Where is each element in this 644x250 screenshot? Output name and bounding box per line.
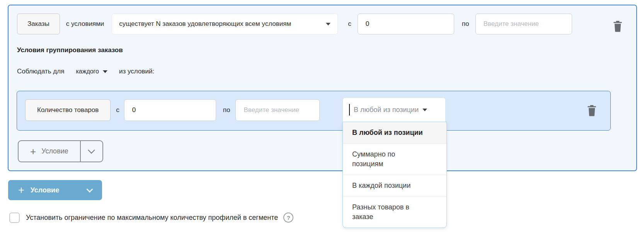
profile-limit-label: Установить ограничение по максимальному … xyxy=(26,214,278,222)
match-mode-value: каждого xyxy=(76,68,99,75)
plus-icon: + xyxy=(30,146,36,156)
order-condition-row: Заказы с условиями существует N заказов … xyxy=(17,13,572,35)
item-type-button[interactable]: Количество товаров xyxy=(25,99,111,121)
menu-item-label: В каждой позиции xyxy=(352,181,426,190)
item-condition-row: Количество товаров с по xyxy=(25,99,320,121)
to-label: по xyxy=(462,20,469,28)
with-conditions-label: с условиями xyxy=(66,20,104,28)
profile-limit-row: Установить ограничение по максимальному … xyxy=(9,212,293,223)
match-suffix-label: из условий: xyxy=(119,68,154,75)
to-label: по xyxy=(223,106,230,114)
from-label: с xyxy=(116,106,119,114)
match-mode-row: Соблюдать для каждого из условий: xyxy=(17,66,154,77)
menu-item-distinct-products[interactable]: Разных товаров в заказе xyxy=(343,196,446,228)
order-count-from-input[interactable] xyxy=(358,14,454,34)
chevron-down-icon xyxy=(423,109,427,111)
chevron-down-icon xyxy=(88,146,95,153)
delete-item-condition-button[interactable] xyxy=(587,105,597,116)
add-item-condition-label: Условие xyxy=(41,147,68,155)
match-prefix-label: Соблюдать для xyxy=(17,68,64,75)
add-item-condition-dropdown-toggle[interactable] xyxy=(80,141,102,162)
text-cursor xyxy=(349,104,350,116)
from-label: с xyxy=(348,20,351,28)
grouping-conditions-heading: Условия группирования заказов xyxy=(17,46,123,54)
trash-icon xyxy=(613,20,623,32)
trash-icon xyxy=(587,105,597,116)
menu-item-label: Разных товаров в заказе xyxy=(352,202,426,222)
order-quantifier-value: существует N заказов удовлетворяющих все… xyxy=(119,20,291,28)
add-item-condition-split-button: + Условие xyxy=(18,140,103,162)
profile-limit-checkbox[interactable] xyxy=(9,213,20,223)
position-scope-menu: В любой из позиции Суммарно по позициям … xyxy=(342,122,447,228)
chevron-down-icon xyxy=(87,186,93,192)
add-item-condition-button[interactable]: + Условие xyxy=(19,141,80,162)
menu-item-label: Суммарно по позициям xyxy=(352,150,426,169)
menu-item-label: В любой из позиции xyxy=(352,128,426,138)
order-quantifier-select[interactable]: существует N заказов удовлетворяющих все… xyxy=(112,14,338,34)
help-icon[interactable]: ? xyxy=(283,213,293,223)
match-mode-select[interactable]: каждого xyxy=(76,68,107,75)
position-scope-combobox[interactable]: В любой из позиции xyxy=(342,97,446,122)
order-count-to-input[interactable] xyxy=(475,14,572,34)
plus-icon: + xyxy=(18,185,24,196)
menu-item-sum-positions[interactable]: Суммарно по позициям xyxy=(343,143,446,175)
order-type-button[interactable]: Заказы xyxy=(17,14,60,34)
segment-condition-editor: Заказы с условиями существует N заказов … xyxy=(0,0,644,250)
menu-item-any-position[interactable]: В любой из позиции xyxy=(343,122,446,143)
add-condition-button[interactable]: + Условие xyxy=(8,180,102,200)
menu-item-each-position[interactable]: В каждой позиции xyxy=(343,175,446,196)
chevron-down-icon xyxy=(103,70,107,73)
item-count-from-input[interactable] xyxy=(124,99,216,121)
chevron-down-icon xyxy=(326,23,331,26)
item-count-to-input[interactable] xyxy=(235,99,320,121)
add-condition-label: Условие xyxy=(31,186,59,194)
position-scope-value: В любой из позиции xyxy=(354,106,419,114)
delete-order-condition-button[interactable] xyxy=(613,20,623,32)
